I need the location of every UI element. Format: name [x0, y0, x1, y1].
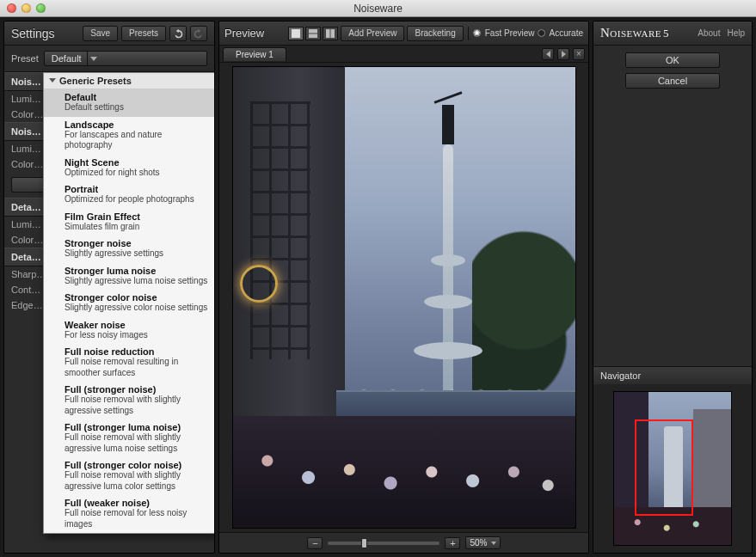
view-mode-single[interactable] — [288, 27, 304, 40]
preset-item[interactable]: DefaultDefault settings — [44, 89, 215, 117]
preset-dropdown-value: Default — [52, 53, 82, 64]
preset-item[interactable]: Film Grain EffectSimulates film grain — [44, 209, 215, 236]
bracketing-button[interactable]: Bracketing — [407, 26, 463, 41]
preset-item[interactable]: Night SceneOptimized for night shots — [44, 155, 215, 182]
separator — [468, 27, 469, 40]
preview-tab[interactable]: Preview 1 — [223, 47, 286, 61]
preset-item-desc: Full noise removal with slightly agressi… — [65, 470, 208, 492]
preset-item-name: Full (stronger noise) — [65, 384, 208, 395]
radio-dot-icon — [538, 29, 545, 37]
preset-item-name: Default — [65, 92, 208, 102]
accurate-radio[interactable]: Accurate — [538, 28, 583, 38]
window-close-button[interactable] — [7, 3, 16, 13]
preset-item-desc: For lanscapes and nature photography — [65, 130, 208, 151]
view-mode-group — [288, 27, 338, 40]
preset-label: Preset — [11, 53, 39, 64]
navigator-panel: Navigator — [593, 366, 752, 553]
preset-item[interactable]: Full (stronger color noise)Full noise re… — [44, 457, 215, 495]
preset-item[interactable]: LandscapeFor lanscapes and nature photog… — [44, 117, 215, 155]
preset-item[interactable]: Full (stronger noise)Full noise removal … — [44, 382, 215, 419]
preset-item-name: Night Scene — [65, 157, 208, 168]
fast-preview-radio[interactable]: Fast Preview — [473, 28, 535, 38]
brand-logo: Noiseware 5 — [600, 26, 669, 40]
undo-button[interactable] — [169, 26, 187, 41]
preset-item[interactable]: Weaker noiseFor less noisy images — [44, 317, 215, 345]
tab-next-button[interactable] — [557, 48, 569, 60]
navigator-title: Navigator — [593, 367, 752, 384]
preset-item-name: Full (stronger luma noise) — [65, 422, 208, 432]
preset-item[interactable]: Full noise reductionFull noise removal r… — [44, 344, 215, 382]
preset-item[interactable]: Full (stronger luma noise)Full noise rem… — [44, 419, 215, 457]
preset-item-desc: Optimized for night shots — [65, 168, 208, 179]
zoom-out-button[interactable]: − — [307, 537, 323, 549]
preset-item-desc: Full noise removal for less noisy images — [65, 508, 208, 529]
mac-titlebar: Noiseware — [0, 0, 756, 17]
preset-menu: Generic Presets DefaultDefault settingsL… — [43, 72, 215, 534]
zoom-in-button[interactable]: + — [445, 537, 460, 549]
view-mode-split-h[interactable] — [305, 27, 321, 40]
tab-close-button[interactable]: × — [573, 48, 585, 60]
preset-dropdown[interactable]: Default — [44, 51, 207, 66]
accurate-label: Accurate — [550, 28, 583, 38]
preview-image — [232, 66, 576, 529]
preset-item-desc: Slightly agressive settings — [65, 248, 208, 260]
svg-rect-2 — [309, 34, 317, 38]
preview-title: Preview — [224, 27, 264, 40]
preset-item-name: Film Grain Effect — [65, 211, 208, 222]
zoom-slider-thumb[interactable] — [361, 538, 367, 548]
preset-item[interactable]: Stronger luma noiseSlightly agressive lu… — [44, 263, 215, 291]
preset-item-desc: For less noisy images — [65, 330, 208, 341]
svg-rect-4 — [331, 29, 335, 38]
right-panel: Noiseware 5 About Help OK Cancel Navigat… — [593, 21, 753, 554]
preset-item-desc: Default settings — [65, 102, 208, 113]
ok-button[interactable]: OK — [625, 52, 720, 68]
preset-item-name: Full (weaker noise) — [65, 498, 208, 508]
navigator-thumbnail[interactable] — [613, 391, 732, 546]
fast-preview-label: Fast Preview — [485, 28, 535, 38]
cancel-button[interactable]: Cancel — [625, 73, 720, 89]
preset-item[interactable]: Stronger color noiseSlightly agressive c… — [44, 290, 215, 317]
preset-item-name: Stronger luma noise — [65, 266, 208, 276]
svg-rect-1 — [309, 29, 317, 34]
preset-item-desc: Slightly agressive color noise settings — [65, 303, 208, 314]
preset-item-desc: Full noise removal with slightly agressi… — [65, 395, 208, 416]
zoom-bar: − + 50% — [219, 532, 588, 553]
preset-item-name: Weaker noise — [65, 320, 208, 330]
preset-item-name: Full noise reduction — [65, 346, 208, 357]
preset-item-desc: Full noise removal with slightly agressi… — [65, 432, 208, 454]
preset-group-header[interactable]: Generic Presets — [44, 73, 215, 89]
view-mode-split-v[interactable] — [323, 27, 338, 40]
navigator-viewport-rect[interactable] — [635, 419, 693, 516]
settings-panel: Settings Save Presets Preset Default Noi… — [3, 21, 215, 554]
help-link[interactable]: Help — [727, 28, 745, 38]
settings-title: Settings — [11, 27, 55, 40]
preset-item-desc: Slightly agressive luma noise settings — [65, 276, 208, 287]
tab-prev-button[interactable] — [542, 48, 554, 60]
about-link[interactable]: About — [698, 28, 720, 38]
window-title: Noiseware — [0, 3, 756, 15]
chevron-down-icon — [491, 542, 496, 545]
window-minimize-button[interactable] — [22, 3, 31, 13]
preset-item-name: Full (stronger color noise) — [65, 460, 208, 470]
presets-button[interactable]: Presets — [121, 26, 166, 41]
preset-item-name: Stronger color noise — [65, 292, 208, 303]
save-button[interactable]: Save — [83, 26, 118, 41]
preview-panel: Preview Add Preview Bracketing Fast Prev… — [218, 21, 589, 554]
preset-item-name: Stronger noise — [65, 238, 208, 248]
zoom-slider[interactable] — [328, 542, 439, 545]
preset-item-desc: Optimized for people photographs — [65, 194, 208, 205]
preset-item-desc: Simulates film grain — [65, 222, 208, 233]
preset-item-name: Landscape — [65, 119, 208, 130]
redo-button[interactable] — [190, 26, 207, 41]
add-preview-button[interactable]: Add Preview — [341, 26, 404, 41]
preset-item[interactable]: PortraitOptimized for people photographs — [44, 181, 215, 209]
preview-image-area[interactable] — [219, 63, 588, 532]
zoom-value: 50% — [470, 538, 487, 548]
preset-item-desc: Full noise removal resulting in smoother… — [65, 357, 208, 378]
preset-item[interactable]: Full (weaker noise)Full noise removal fo… — [44, 495, 215, 533]
preset-item[interactable]: Stronger noiseSlightly agressive setting… — [44, 236, 215, 263]
radio-dot-icon — [473, 29, 481, 37]
window-zoom-button[interactable] — [36, 3, 46, 13]
svg-rect-3 — [326, 29, 330, 38]
zoom-select[interactable]: 50% — [465, 536, 500, 549]
